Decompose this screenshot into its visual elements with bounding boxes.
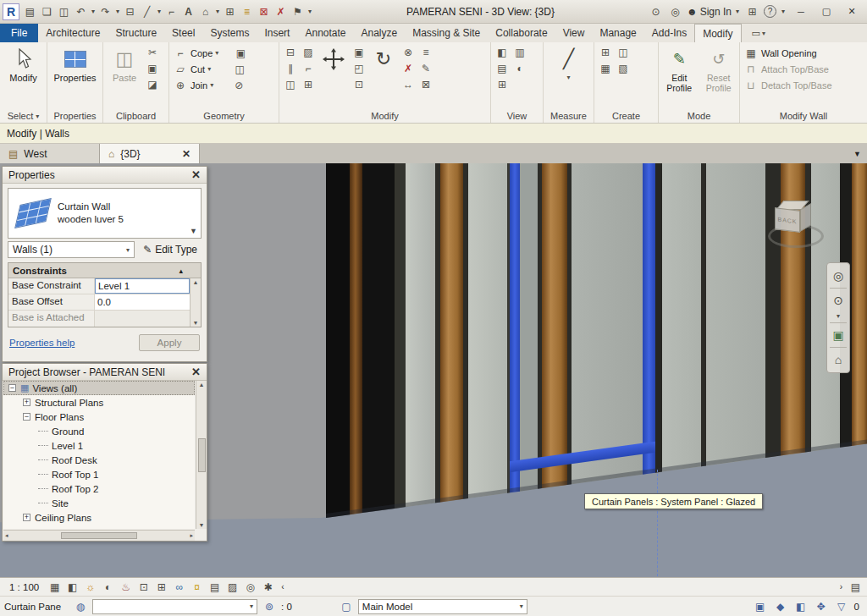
print-icon[interactable]: ⊟ [122, 3, 138, 20]
mirror-icon[interactable]: ◫ [283, 77, 298, 91]
unpin-icon[interactable]: ⊗ [400, 45, 416, 59]
ribbon-cycle-button[interactable]: ▭▾ [747, 24, 770, 42]
copy-icon[interactable]: ▣ [351, 45, 367, 59]
communication-center-icon[interactable]: ◎ [667, 3, 683, 20]
project-browser-close-icon[interactable]: ✕ [191, 366, 201, 378]
sun-path-icon[interactable]: ☼ [82, 580, 98, 595]
tab-manage[interactable]: Manage [592, 24, 643, 42]
temporary-view-properties-icon[interactable]: ▤ [207, 580, 223, 595]
type-selector-caret-icon[interactable]: ▼ [190, 227, 197, 235]
cut-to-clipboard-icon[interactable]: ✂ [145, 45, 160, 59]
undo-caret-icon[interactable]: ▾ [90, 8, 97, 15]
glass-panel[interactable] [410, 163, 435, 506]
browser-vertical-scrollbar[interactable]: ▲ ▼ [196, 381, 207, 529]
apply-button[interactable]: Apply [139, 334, 200, 351]
tab-massing-site[interactable]: Massing & Site [405, 24, 488, 42]
highlight-displacement-icon[interactable]: ✱ [260, 580, 276, 595]
measure-between-icon[interactable]: ↔ [400, 77, 416, 91]
visual-style-icon[interactable]: ◧ [64, 580, 80, 595]
view-icon-2[interactable]: ▤ [494, 61, 510, 75]
redo-caret-icon[interactable]: ▾ [114, 8, 121, 15]
tree-item-roof-top-2[interactable]: Roof Top 2 [3, 481, 195, 496]
scroll-down-icon[interactable]: ▼ [199, 522, 205, 528]
base-constraint-input[interactable]: Level 1 [95, 278, 190, 294]
properties-palette-header[interactable]: Properties ✕ [3, 167, 207, 184]
view-control-overflow-icon[interactable]: ‹ [278, 582, 287, 591]
copy-to-clipboard-icon[interactable]: ▣ [145, 61, 160, 75]
array-icon[interactable]: ⊞ [301, 77, 316, 91]
glass-panel[interactable] [572, 163, 643, 484]
open-icon[interactable]: ❏ [39, 3, 55, 20]
create-parts-icon[interactable]: ▧ [616, 61, 631, 75]
browser-horizontal-scrollbar[interactable]: ◂ ▸ [3, 530, 195, 541]
element-properties-icon[interactable]: ≡ [418, 45, 434, 59]
wood-louver[interactable] [350, 163, 362, 514]
offset-icon[interactable]: ∥ [283, 61, 298, 75]
close-hidden-windows-icon[interactable]: ⊠ [256, 3, 272, 20]
view-icon-4[interactable]: ▥ [512, 45, 527, 59]
redo-icon[interactable]: ↷ [97, 3, 113, 20]
geometry-extra3-icon[interactable]: ⊘ [231, 78, 246, 92]
scroll-down-icon[interactable]: ▼ [193, 320, 199, 326]
glass-panel[interactable] [706, 163, 765, 465]
scale-button[interactable]: 1 : 100 [3, 580, 45, 595]
scale-icon[interactable]: ◰ [351, 61, 367, 75]
geometry-extra2-icon[interactable]: ◫ [232, 62, 247, 76]
wall-mullion[interactable] [395, 163, 406, 509]
element-filter-select[interactable]: Walls (1) ▾ [8, 241, 135, 258]
cut-button[interactable]: ▱Cut▾◫ [173, 61, 247, 77]
temporary-hide-isolate-icon[interactable]: ∞ [171, 580, 187, 595]
worksets-select[interactable]: ▾ [92, 599, 257, 614]
measure-icon[interactable]: ╱ [139, 3, 155, 20]
paint-icon[interactable]: ✎ [418, 61, 434, 75]
match-type-icon[interactable]: ◪ [145, 77, 160, 91]
design-options-icon[interactable]: ▢ [339, 599, 354, 614]
show-hidden-lines-icon[interactable]: ▨ [224, 580, 240, 595]
scroll-thumb[interactable] [61, 532, 137, 539]
pin-icon[interactable]: ⊡ [351, 77, 367, 91]
reveal-hidden-elements-icon[interactable]: ¤ [189, 580, 205, 595]
group-collapse-icon[interactable]: ▴ [179, 267, 183, 275]
create-assembly-icon[interactable]: ◫ [616, 45, 631, 59]
demolish-icon[interactable]: ⊠ [418, 77, 434, 91]
tab-systems[interactable]: Systems [202, 24, 257, 42]
properties-scrollbar[interactable]: ▲▼ [190, 278, 201, 327]
delete-icon[interactable]: ✗ [400, 61, 416, 75]
default-3d-view-icon[interactable]: ⌂ [197, 3, 213, 20]
worksharing-display-icon[interactable]: ◎ [242, 580, 258, 595]
undo-icon[interactable]: ↶ [73, 3, 89, 20]
scroll-up-icon[interactable]: ▲ [199, 382, 205, 388]
search-icon[interactable]: ⊙ [648, 3, 664, 20]
constraints-group-header[interactable]: Constraints ▴ [8, 263, 201, 278]
reset-profile-button[interactable]: ↺ Reset Profile [702, 45, 737, 93]
tree-item-ground[interactable]: Ground [3, 424, 195, 438]
expander-icon[interactable]: + [23, 399, 30, 406]
create-similar-icon[interactable]: ▦ [598, 61, 613, 75]
tab-steel[interactable]: Steel [164, 24, 202, 42]
scroll-up-icon[interactable]: ▲ [193, 279, 199, 285]
properties-close-icon[interactable]: ✕ [191, 168, 201, 181]
move-button[interactable] [318, 45, 349, 72]
tab-architecture[interactable]: Architecture [38, 24, 108, 42]
section-icon[interactable]: ⊞ [222, 3, 238, 20]
app-menu-icon[interactable]: ▤ [22, 3, 38, 20]
wall-mullion[interactable] [362, 163, 395, 513]
tree-item-site[interactable]: Site [3, 496, 195, 510]
base-offset-input[interactable]: 0.0 [95, 294, 190, 310]
view-caret-icon[interactable]: ▾ [214, 8, 221, 15]
viewcube[interactable]: BACK [766, 197, 842, 258]
view-tab-3d[interactable]: ⌂ {3D} ✕ [100, 144, 200, 163]
help-caret-icon[interactable]: ▾ [780, 8, 787, 15]
tab-annotate[interactable]: Annotate [297, 24, 353, 42]
cope-button[interactable]: ⌐Cope▾▣ [173, 45, 248, 61]
panel-select-label[interactable]: Select▾ [0, 109, 47, 123]
geometry-extra-icon[interactable]: ▣ [233, 46, 248, 60]
autodesk-store-icon[interactable]: ⊞ [744, 3, 760, 20]
select-by-face-icon[interactable]: ◧ [793, 599, 809, 614]
view-icon-5[interactable]: ◐ [512, 61, 527, 75]
tree-item-roof-top-1[interactable]: Roof Top 1 [3, 467, 195, 481]
tree-item-ceiling-plans[interactable]: + Ceiling Plans [19, 510, 195, 525]
drag-on-selection-icon[interactable]: ✥ [814, 599, 829, 614]
tab-file[interactable]: File [0, 24, 38, 42]
expander-icon[interactable]: + [23, 514, 30, 521]
